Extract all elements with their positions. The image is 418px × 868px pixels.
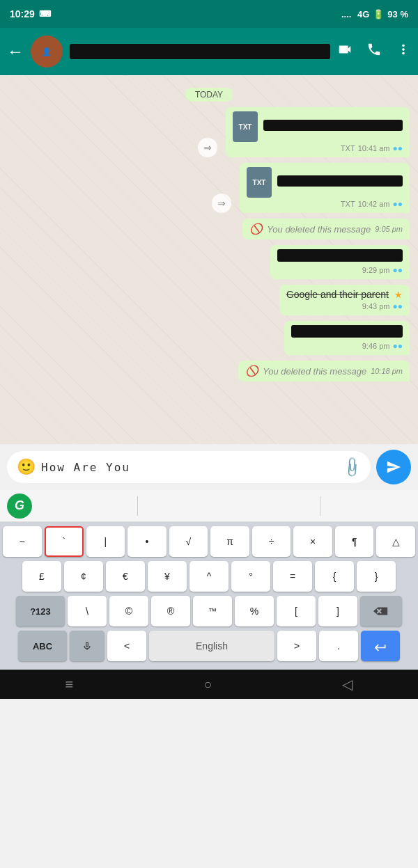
- message-bubble: Google and their parent ★ 9:43 pm ●●: [279, 285, 410, 315]
- nav-back-button[interactable]: ◁: [342, 676, 353, 693]
- key-open-brace[interactable]: {: [315, 561, 354, 592]
- status-bar: 10:29 ⌨ .... 4G 🔋 93 %: [0, 0, 418, 28]
- forward-icon[interactable]: ⇒: [198, 138, 217, 157]
- read-tick: ●●: [393, 341, 403, 351]
- key-registered[interactable]: ®: [151, 596, 190, 626]
- divider: [320, 496, 320, 516]
- app-bar-actions: [337, 42, 411, 61]
- key-caret[interactable]: ^: [189, 561, 229, 592]
- key-degree[interactable]: °: [231, 561, 270, 592]
- key-pi[interactable]: π: [210, 526, 249, 557]
- date-badge: TODAY: [8, 88, 410, 102]
- file-type-icon: TXT: [233, 111, 258, 142]
- key-backspace[interactable]: [360, 596, 402, 626]
- avatar[interactable]: 👤: [31, 35, 63, 68]
- key-mic[interactable]: [70, 631, 104, 661]
- message-timestamp: 10:42 am: [358, 200, 390, 208]
- key-less-than[interactable]: <: [107, 631, 146, 661]
- ban-icon: 🚫: [245, 365, 258, 377]
- key-trademark[interactable]: ™: [193, 596, 232, 626]
- key-backtick[interactable]: `: [45, 526, 84, 557]
- key-triangle[interactable]: △: [376, 526, 415, 557]
- file-name-redacted: [263, 120, 403, 131]
- key-percent[interactable]: %: [235, 596, 274, 626]
- key-yen[interactable]: ¥: [148, 561, 187, 592]
- signal-icon: ....: [341, 9, 354, 19]
- battery-icon: 🔋: [373, 9, 384, 19]
- back-button[interactable]: ←: [7, 42, 24, 61]
- file-type-icon: TXT: [247, 167, 272, 198]
- key-enter[interactable]: [361, 631, 400, 661]
- file-name-redacted: [277, 175, 403, 187]
- signal-type: 4G: [357, 9, 369, 19]
- key-pipe[interactable]: |: [86, 526, 125, 557]
- key-close-bracket[interactable]: ]: [318, 596, 357, 626]
- key-numbers[interactable]: ?123: [16, 596, 65, 626]
- table-row: 9:29 pm ●●: [8, 245, 410, 279]
- key-copyright[interactable]: ©: [109, 596, 148, 626]
- keyboard-suggestion-bar: G: [0, 490, 418, 522]
- grammarly-button[interactable]: G: [7, 494, 32, 519]
- deleted-text: You deleted this message: [263, 366, 366, 377]
- message-bubble: 9:29 pm ●●: [270, 245, 410, 279]
- table-row: ⇒ TXT TXT 10:41 am ●●: [8, 107, 410, 157]
- message-input-box[interactable]: 🙂 How Are You 📎: [7, 451, 371, 483]
- suggestion-dividers: [46, 496, 411, 516]
- message-time: TXT: [341, 200, 355, 208]
- redacted-content: [291, 325, 403, 338]
- table-row: 9:46 pm ●●: [8, 321, 410, 355]
- divider: [137, 496, 138, 516]
- key-multiply[interactable]: ×: [293, 526, 332, 557]
- keyboard-row-2: £ ¢ € ¥ ^ ° = { }: [3, 561, 415, 592]
- key-period[interactable]: .: [319, 631, 358, 661]
- key-divide[interactable]: ÷: [252, 526, 291, 557]
- read-tick: ●●: [393, 301, 403, 311]
- status-icons: .... 4G 🔋 93 %: [341, 9, 408, 19]
- keyboard: ~ ` | • √ π ÷ × ¶ △ £ ¢ € ¥ ^ ° = { } ?1…: [0, 522, 418, 670]
- status-time: 10:29: [10, 8, 35, 19]
- key-paragraph[interactable]: ¶: [335, 526, 374, 557]
- key-space[interactable]: English: [149, 631, 274, 661]
- bottom-navigation: ≡ ○ ◁: [0, 670, 418, 699]
- table-row: 🚫 You deleted this message 10:18 pm: [8, 361, 410, 381]
- star-icon: ★: [394, 290, 403, 300]
- battery-level: 93 %: [387, 9, 408, 19]
- key-backslash[interactable]: \: [68, 596, 107, 626]
- key-euro[interactable]: €: [106, 561, 145, 592]
- attach-button[interactable]: 📎: [340, 455, 364, 480]
- forward-icon[interactable]: ⇒: [212, 194, 231, 213]
- keyboard-icon: ⌨: [39, 9, 51, 19]
- key-equals[interactable]: =: [273, 561, 312, 592]
- menu-button[interactable]: [396, 42, 411, 61]
- read-tick: ●●: [393, 265, 403, 275]
- call-button[interactable]: [366, 42, 382, 61]
- keyboard-row-3: ?123 \ © ® ™ % [ ]: [3, 596, 415, 626]
- file-message-bubble: TXT TXT 10:42 am ●●: [240, 163, 410, 213]
- nav-home-button[interactable]: ○: [203, 677, 212, 693]
- key-pound[interactable]: £: [22, 561, 61, 592]
- key-tilde[interactable]: ~: [3, 526, 42, 557]
- send-button[interactable]: [376, 450, 411, 484]
- chat-area: TODAY ⇒ TXT TXT 10:41 am ●●: [0, 75, 418, 444]
- read-tick: ●●: [393, 143, 403, 153]
- app-bar: ← 👤: [0, 28, 418, 75]
- message-input-field[interactable]: How Are You: [41, 461, 338, 474]
- message-bubble: 9:46 pm ●●: [284, 321, 410, 355]
- redacted-content: [277, 249, 403, 262]
- key-bullet[interactable]: •: [127, 526, 167, 557]
- key-close-brace[interactable]: }: [357, 561, 396, 592]
- deleted-message-bubble: 🚫 You deleted this message 10:18 pm: [238, 361, 410, 381]
- key-abc[interactable]: ABC: [18, 631, 67, 661]
- message-input-area: 🙂 How Are You 📎: [0, 444, 418, 490]
- video-call-button[interactable]: [337, 42, 353, 61]
- key-greater-than[interactable]: >: [277, 631, 316, 661]
- status-time-area: 10:29 ⌨: [10, 8, 51, 19]
- nav-menu-button[interactable]: ≡: [65, 677, 74, 693]
- key-cent[interactable]: ¢: [64, 561, 103, 592]
- key-sqrt[interactable]: √: [169, 526, 208, 557]
- key-open-bracket[interactable]: [: [277, 596, 316, 626]
- table-row: ⇒ TXT TXT 10:42 am ●●: [8, 163, 410, 213]
- emoji-button[interactable]: 🙂: [17, 458, 36, 476]
- table-row: 🚫 You deleted this message 9:05 pm: [8, 219, 410, 239]
- keyboard-row-1: ~ ` | • √ π ÷ × ¶ △: [3, 526, 415, 557]
